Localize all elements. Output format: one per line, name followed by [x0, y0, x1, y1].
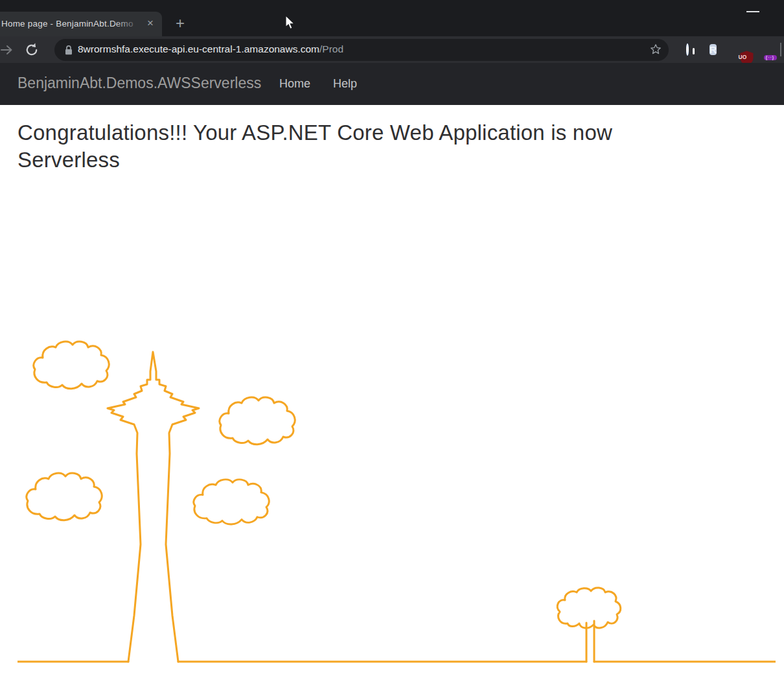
extension-1password-icon[interactable] [679, 41, 695, 58]
space-needle-outline [108, 352, 199, 662]
tab-close-icon[interactable]: × [144, 17, 157, 30]
site-navbar: BenjaminAbt.Demos.AWSServerless Home Hel… [0, 63, 784, 105]
browser-tab-strip: Home page - BenjaminAbt.Demo × + [0, 0, 784, 36]
new-tab-button[interactable]: + [171, 14, 189, 32]
url-text[interactable]: 8wrormshfa.execute-api.eu-central-1.amaz… [78, 43, 343, 55]
1password-one-glyph [693, 48, 695, 54]
page-title-line2: Serverless [17, 146, 612, 174]
window-minimize-button[interactable] [746, 11, 759, 12]
navbar-brand[interactable]: BenjaminAbt.Demos.AWSServerless [17, 75, 261, 92]
1password-disc [686, 43, 689, 56]
cloud-bottom-middle [194, 480, 269, 524]
toolbar-separator [780, 43, 781, 56]
reload-button-icon[interactable] [24, 42, 40, 58]
extension-purple-icon[interactable]: {··} [754, 41, 770, 58]
illustration-strokes [17, 342, 776, 662]
bookmark-star-icon[interactable] [649, 43, 663, 57]
r-letter: R [709, 44, 717, 55]
forward-button-icon[interactable] [0, 42, 14, 58]
browser-tab-active[interactable]: Home page - BenjaminAbt.Demo × [0, 12, 162, 36]
browser-toolbar: 8wrormshfa.execute-api.eu-central-1.amaz… [0, 36, 784, 63]
page-title-line1: Congratulations!!! Your ASP.NET Core Web… [17, 119, 612, 146]
cloud-top-left [34, 342, 109, 389]
tab-title-fade [114, 12, 141, 36]
space-needle-illustration [17, 194, 776, 664]
nav-link-home[interactable]: Home [279, 77, 310, 91]
cloud-middle-right [220, 397, 295, 445]
mouse-cursor-icon [285, 15, 295, 30]
extension-r-icon[interactable]: R [705, 41, 721, 58]
extension-ublock-origin-icon[interactable]: UO [730, 41, 746, 58]
tree-canopy [557, 588, 620, 628]
url-path: /Prod [319, 43, 343, 54]
page-title: Congratulations!!! Your ASP.NET Core Web… [17, 119, 612, 173]
page-content: Congratulations!!! Your ASP.NET Core Web… [0, 105, 784, 696]
nav-link-help[interactable]: Help [333, 77, 357, 91]
cloud-bottom-left [27, 473, 102, 520]
purple-glyph: {··} [764, 55, 777, 60]
url-domain: 8wrormshfa.execute-api.eu-central-1.amaz… [78, 43, 319, 54]
address-bar[interactable]: 8wrormshfa.execute-api.eu-central-1.amaz… [54, 39, 669, 61]
secure-lock-icon[interactable] [64, 45, 73, 56]
